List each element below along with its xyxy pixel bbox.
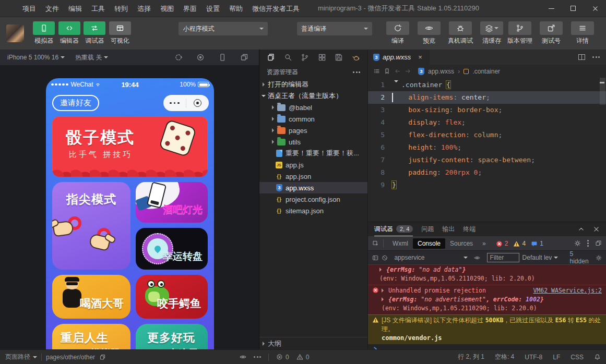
inspect-element-icon[interactable] xyxy=(372,240,379,247)
eol-label[interactable]: LF xyxy=(553,354,560,361)
editor-toggle-button[interactable]: 编辑器 xyxy=(57,21,82,45)
statusbar-errors[interactable]: 0 xyxy=(276,354,289,361)
device-frame-button[interactable] xyxy=(218,53,227,62)
dice-mode-banner[interactable]: 骰子模式 比手气 拼技巧 xyxy=(52,116,208,177)
log-level-select[interactable]: Default lev xyxy=(522,254,564,261)
clear-console-icon[interactable] xyxy=(382,254,388,261)
simulator-toggle-button[interactable]: 模拟器 xyxy=(31,21,57,45)
minimize-button[interactable] xyxy=(540,0,562,17)
error-count[interactable]: 2 xyxy=(496,240,508,247)
editor-scrollbar[interactable] xyxy=(599,78,606,222)
tab-debugger[interactable]: 调试器 2, 4 xyxy=(374,222,413,236)
save-activity-button[interactable] xyxy=(335,53,343,62)
editor-more-icon[interactable] xyxy=(592,56,600,58)
tab-output[interactable]: 输出 xyxy=(442,222,455,236)
menu-goto[interactable]: 转到 xyxy=(110,0,133,17)
eye-icon[interactable] xyxy=(240,354,246,360)
folder-utils[interactable]: utils xyxy=(259,136,367,148)
file-important-doc[interactable]: 重要！重要！重要！获... xyxy=(259,148,367,159)
breadcrumb-file[interactable]: app.wxss xyxy=(428,68,454,75)
bookmark-icon[interactable] xyxy=(384,68,390,75)
gear-icon[interactable] xyxy=(574,240,581,247)
outline-section[interactable]: 大纲 xyxy=(259,337,367,349)
invite-friends-button[interactable]: 邀请好友 xyxy=(52,95,99,111)
menu-settings[interactable]: 设置 xyxy=(201,0,224,17)
compile-button[interactable]: 编译 xyxy=(384,21,412,45)
menu-project[interactable]: 项目 xyxy=(18,0,41,17)
card-bar-lights[interactable]: 酒吧灯光 xyxy=(136,182,208,223)
card-biting-crocodile[interactable]: 咬手鳄鱼 xyxy=(136,275,208,319)
expand-arrow-icon[interactable] xyxy=(382,288,386,293)
console-input-row[interactable] xyxy=(368,344,606,349)
page-path-select[interactable]: 页面路径 xyxy=(5,353,37,361)
preview-button[interactable]: 预览 xyxy=(415,21,443,45)
maximize-button[interactable] xyxy=(562,0,584,17)
compile-mode-select[interactable]: 普通编译 xyxy=(297,22,372,35)
file-app-wxss[interactable]: app.wxss xyxy=(259,182,367,193)
card-restart-life[interactable]: 重启人生 模拟器 xyxy=(52,324,130,349)
encoding-label[interactable]: UTF-8 xyxy=(525,354,542,361)
breadcrumb-symbol[interactable]: .container xyxy=(472,68,500,75)
mode-select[interactable]: 小程序模式 xyxy=(179,22,268,35)
context-select[interactable]: appservice xyxy=(394,254,468,261)
menu-file[interactable]: 文件 xyxy=(41,0,64,17)
source-control-activity-button[interactable] xyxy=(301,53,309,62)
device-select[interactable]: iPhone 5 100% 16 xyxy=(7,54,65,61)
bell-icon[interactable] xyxy=(594,354,601,360)
folder-pages[interactable]: pages xyxy=(259,125,367,136)
expand-arrow-icon[interactable] xyxy=(382,297,386,301)
menu-tools[interactable]: 工具 xyxy=(87,0,110,17)
cursor-position-label[interactable]: 行 2, 列 1 xyxy=(458,353,484,361)
close-button[interactable] xyxy=(584,0,606,17)
menu-interface[interactable]: 界面 xyxy=(179,0,201,17)
split-editor-icon[interactable] xyxy=(578,54,585,60)
remote-debug-button[interactable]: 真机调试 xyxy=(446,21,474,45)
arrow-left-icon[interactable] xyxy=(394,68,401,75)
menu-help[interactable]: 帮助 xyxy=(224,0,247,17)
copy-icon[interactable] xyxy=(99,354,106,360)
devtools-tab-console[interactable]: Console xyxy=(413,238,445,249)
multi-window-button[interactable] xyxy=(240,53,248,62)
test-account-button[interactable]: 测试号 xyxy=(537,21,565,45)
folder-common[interactable]: common xyxy=(259,113,367,125)
search-activity-button[interactable] xyxy=(284,53,292,62)
file-project-config-json[interactable]: project.config.json xyxy=(259,193,367,205)
undock-icon[interactable] xyxy=(595,240,602,247)
language-label[interactable]: CSS xyxy=(571,354,584,361)
devtools-tab-sources[interactable]: Sources xyxy=(445,238,478,249)
devtools-more-tabs[interactable]: » xyxy=(478,238,491,249)
menu-edit[interactable]: 编辑 xyxy=(64,0,87,17)
record-button[interactable] xyxy=(196,53,205,62)
debugger-toggle-button[interactable]: 调试器 xyxy=(82,21,108,45)
statusbar-warnings[interactable]: 0 xyxy=(296,354,310,361)
hot-reload-select[interactable]: 热重载 关 xyxy=(75,53,108,62)
outline-list-icon[interactable] xyxy=(373,68,380,75)
tab-problems[interactable]: 问题 xyxy=(421,222,434,236)
close-panel-icon[interactable] xyxy=(593,226,600,233)
devtools-tab-wxml[interactable]: Wxml xyxy=(388,238,413,249)
explorer-more-icon[interactable] xyxy=(353,71,360,73)
version-control-button[interactable]: 版本管理 xyxy=(506,21,534,45)
console-settings-gear-icon[interactable] xyxy=(596,254,602,261)
tab-app-wxss[interactable]: app.wxss × xyxy=(368,50,430,65)
file-app-json[interactable]: app.json xyxy=(259,171,367,182)
file-sitemap-json[interactable]: sitemap.json xyxy=(259,205,367,216)
files-activity-button[interactable] xyxy=(267,53,275,62)
card-drinking-bro[interactable]: 喝酒大哥 xyxy=(52,275,130,319)
console-filter-input[interactable] xyxy=(487,253,519,262)
statusbar-more-icon[interactable] xyxy=(254,356,261,358)
capsule-close-button[interactable] xyxy=(186,99,209,107)
card-lucky-wheel[interactable]: 幸运转盘 xyxy=(136,228,208,270)
capsule-more-button[interactable] xyxy=(163,102,186,104)
project-root-section[interactable]: 酒桌王者（流量主版本） xyxy=(259,90,367,102)
clear-cache-button[interactable]: 清缓存 xyxy=(478,21,506,45)
teapot-activity-button[interactable] xyxy=(352,53,360,62)
card-more-fun[interactable]: 更多好玩 点这里 xyxy=(136,324,208,349)
avatar[interactable] xyxy=(6,25,24,42)
file-app-js[interactable]: app.js xyxy=(259,159,367,171)
code-editor[interactable]: 1.container { 2 align-items: center; 3 b… xyxy=(368,78,606,222)
info-count[interactable]: 1 xyxy=(531,240,543,247)
extensions-activity-button[interactable] xyxy=(318,53,326,62)
indentation-label[interactable]: 空格: 4 xyxy=(495,353,514,361)
collapse-panel-icon[interactable] xyxy=(578,226,585,233)
